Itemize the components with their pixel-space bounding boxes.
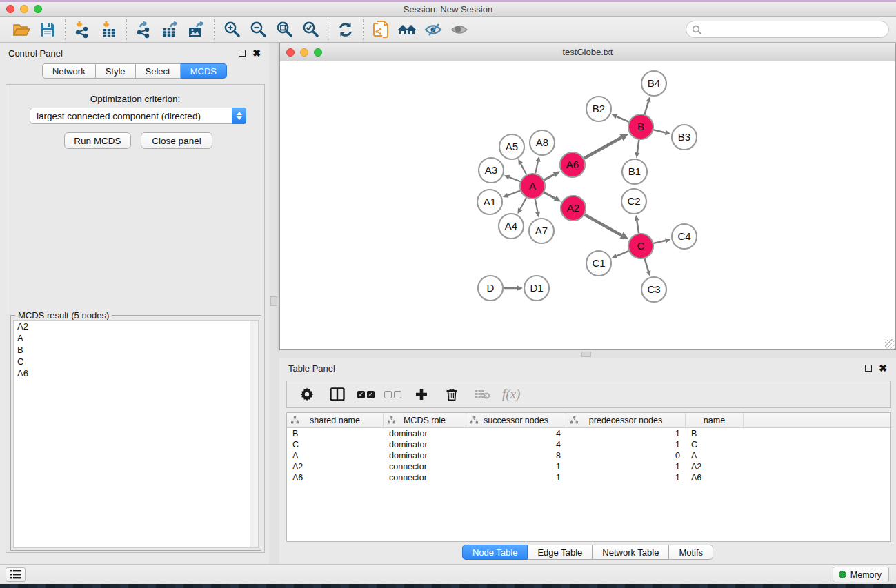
table-cell[interactable]: 4: [466, 429, 566, 438]
table-cell[interactable]: 4: [466, 440, 566, 449]
export-network-button[interactable]: [131, 19, 157, 41]
graph-edge-A-A3[interactable]: [509, 177, 520, 181]
table-cell[interactable]: A2: [287, 462, 384, 472]
table-cell[interactable]: connector: [384, 473, 466, 483]
function-builder-button[interactable]: f(x): [502, 387, 520, 402]
graph-edge-C-C1[interactable]: [617, 251, 629, 256]
graph-node-B1[interactable]: B1: [622, 159, 647, 184]
tab-network-table[interactable]: Network Table: [593, 545, 669, 560]
tab-network[interactable]: Network: [42, 63, 96, 79]
graph-edge-B-B1[interactable]: [637, 140, 639, 152]
tab-style[interactable]: Style: [96, 63, 136, 79]
graph-edge-A-A1[interactable]: [508, 191, 520, 196]
graph-node-A1[interactable]: A1: [477, 190, 502, 214]
table-row[interactable]: Cdominator41C: [287, 439, 890, 450]
graph-node-C3[interactable]: C3: [641, 277, 666, 302]
table-row[interactable]: A2connector11A2: [287, 461, 890, 472]
tab-edge-table[interactable]: Edge Table: [528, 545, 593, 560]
graph-node-A[interactable]: A: [520, 174, 545, 199]
graph-edge-C-C2[interactable]: [637, 221, 639, 234]
graph-edge-C-C3[interactable]: [644, 258, 648, 271]
table-cell[interactable]: 1: [566, 440, 686, 449]
result-item[interactable]: A: [14, 332, 258, 344]
table-cell[interactable]: B: [686, 429, 744, 438]
graph-edge-A6-B[interactable]: [584, 138, 621, 159]
graph-node-A3[interactable]: A3: [479, 158, 504, 183]
export-table-button[interactable]: [157, 19, 183, 41]
table-cell[interactable]: 0: [566, 451, 686, 460]
graph-node-B3[interactable]: B3: [672, 125, 697, 150]
vertical-splitter[interactable]: [269, 43, 279, 564]
table-cell[interactable]: dominator: [384, 440, 466, 449]
table-cell[interactable]: connector: [384, 462, 466, 472]
tab-mcds[interactable]: MCDS: [181, 63, 227, 79]
refresh-view-button[interactable]: [332, 19, 359, 41]
delete-column-button[interactable]: [441, 384, 462, 405]
table-cell[interactable]: 1: [566, 429, 686, 438]
show-column-panel-button[interactable]: [327, 384, 348, 405]
tab-node-table[interactable]: Node Table: [462, 545, 528, 560]
close-panel-icon[interactable]: ✖: [879, 365, 887, 372]
splitter-handle[interactable]: [270, 296, 277, 306]
column-header-mcds-role[interactable]: MCDS role: [384, 413, 466, 427]
graph-edge-A-A7[interactable]: [535, 199, 538, 212]
graph-node-C[interactable]: C: [628, 234, 653, 258]
delete-table-button[interactable]: [472, 384, 492, 405]
table-cell[interactable]: A2: [686, 462, 744, 472]
graph-edge-A-A2[interactable]: [544, 192, 555, 199]
graph-node-A4[interactable]: A4: [499, 214, 524, 239]
zoom-out-button[interactable]: [245, 19, 271, 41]
graph-node-A8[interactable]: A8: [530, 130, 555, 155]
graph-node-D1[interactable]: D1: [524, 276, 549, 301]
show-hidden-button[interactable]: [446, 19, 472, 41]
run-mcds-button[interactable]: Run MCDS: [64, 132, 131, 149]
float-panel-icon[interactable]: [239, 50, 246, 57]
splitter-handle[interactable]: [581, 352, 591, 357]
graph-node-C2[interactable]: C2: [621, 189, 646, 214]
graph-edge-A-A6[interactable]: [544, 174, 555, 180]
table-cell[interactable]: A6: [686, 473, 744, 483]
import-network-button[interactable]: [70, 19, 96, 41]
result-item[interactable]: A6: [14, 367, 258, 379]
table-options-button[interactable]: [297, 384, 317, 405]
table-cell[interactable]: A: [287, 451, 384, 460]
deselect-all-columns-button[interactable]: [384, 391, 401, 398]
zoom-in-button[interactable]: [219, 19, 245, 41]
result-list-scrollbar[interactable]: [250, 321, 258, 547]
optimization-criterion-select[interactable]: largest connected component (directed): [30, 108, 246, 124]
table-cell[interactable]: 1: [466, 473, 566, 483]
network-graph[interactable]: B4B2BB3A5A8A6A3B1AA1C2A2A4A7C4CC1C3DD1: [280, 61, 895, 349]
graph-edge-A2-C[interactable]: [585, 214, 622, 235]
graph-node-D[interactable]: D: [478, 276, 503, 301]
graph-node-A2[interactable]: A2: [561, 196, 586, 221]
graph-node-C4[interactable]: C4: [672, 224, 697, 249]
graph-edge-A-A5[interactable]: [521, 164, 526, 174]
memory-button[interactable]: Memory: [833, 567, 889, 582]
clone-network-button[interactable]: [368, 19, 394, 41]
tab-select[interactable]: Select: [136, 63, 181, 79]
result-item[interactable]: C: [14, 356, 258, 367]
close-panel-button[interactable]: Close panel: [141, 132, 212, 149]
graph-node-B4[interactable]: B4: [641, 71, 666, 96]
home-layout-button[interactable]: [394, 19, 420, 41]
graph-node-A5[interactable]: A5: [499, 134, 524, 159]
search-input[interactable]: [705, 23, 888, 37]
table-cell[interactable]: B: [287, 429, 384, 438]
table-cell[interactable]: C: [287, 440, 384, 449]
table-cell[interactable]: C: [686, 440, 744, 449]
create-column-button[interactable]: [411, 384, 432, 405]
graph-edge-B-B4[interactable]: [644, 102, 648, 114]
close-panel-icon[interactable]: ✖: [252, 50, 261, 57]
table-cell[interactable]: 8: [466, 451, 566, 460]
table-row[interactable]: Bdominator41B: [287, 428, 890, 439]
open-session-button[interactable]: [8, 19, 34, 41]
float-panel-icon[interactable]: [865, 365, 872, 372]
column-header-successor-nodes[interactable]: successor nodes: [466, 413, 566, 427]
result-item[interactable]: B: [14, 344, 258, 356]
tab-motifs[interactable]: Motifs: [669, 545, 713, 560]
network-canvas[interactable]: B4B2BB3A5A8A6A3B1AA1C2A2A4A7C4CC1C3DD1: [280, 61, 895, 349]
graph-edge-A-A8[interactable]: [535, 161, 538, 173]
graph-node-B2[interactable]: B2: [586, 97, 611, 121]
graph-edge-B-B3[interactable]: [653, 130, 665, 132]
table-cell[interactable]: dominator: [384, 451, 466, 460]
